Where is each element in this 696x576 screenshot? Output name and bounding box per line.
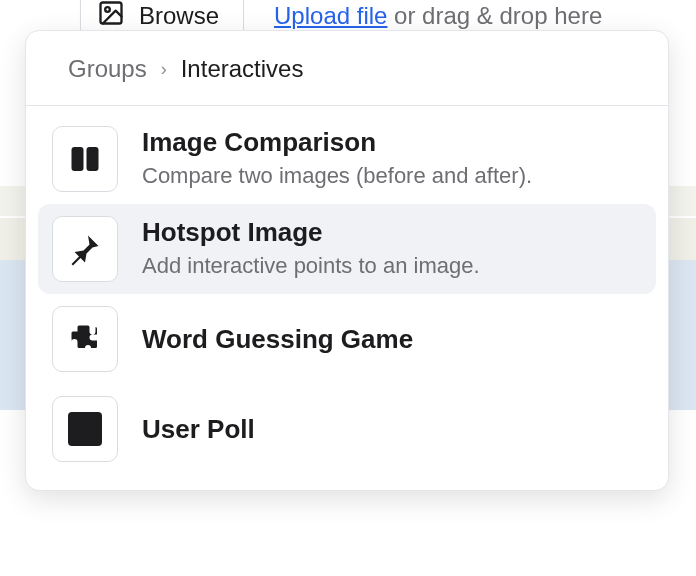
chevron-right-icon: ›: [161, 59, 167, 80]
option-hotspot-image[interactable]: Hotspot Image Add interactive points to …: [38, 204, 656, 294]
drop-hint: Upload file or drag & drop here: [274, 2, 602, 30]
interactive-picker-popover: Groups › Interactives Image Comparison C…: [25, 30, 669, 491]
svg-point-1: [105, 7, 110, 12]
option-title: Image Comparison: [142, 126, 642, 159]
pin-icon: [52, 216, 118, 282]
option-title: User Poll: [142, 396, 642, 462]
option-desc: Compare two images (before and after).: [142, 161, 642, 192]
breadcrumb-parent[interactable]: Groups: [68, 55, 147, 83]
breadcrumb-current: Interactives: [181, 55, 304, 83]
upload-link[interactable]: Upload file: [274, 2, 387, 29]
question-icon: [52, 396, 118, 462]
option-title: Hotspot Image: [142, 216, 642, 249]
option-title: Word Guessing Game: [142, 306, 642, 372]
svg-rect-3: [87, 147, 99, 171]
browse-label: Browse: [139, 2, 219, 30]
svg-rect-2: [72, 147, 84, 171]
breadcrumb: Groups › Interactives: [26, 31, 668, 106]
drop-suffix: or drag & drop here: [387, 2, 602, 29]
option-desc: Add interactive points to an image.: [142, 251, 642, 282]
options-list: Image Comparison Compare two images (bef…: [26, 106, 668, 490]
option-image-comparison[interactable]: Image Comparison Compare two images (bef…: [38, 114, 656, 204]
option-word-guessing[interactable]: Word Guessing Game: [38, 294, 656, 384]
option-user-poll[interactable]: User Poll: [38, 384, 656, 474]
image-icon: [97, 0, 125, 33]
compare-icon: [52, 126, 118, 192]
puzzle-icon: [52, 306, 118, 372]
